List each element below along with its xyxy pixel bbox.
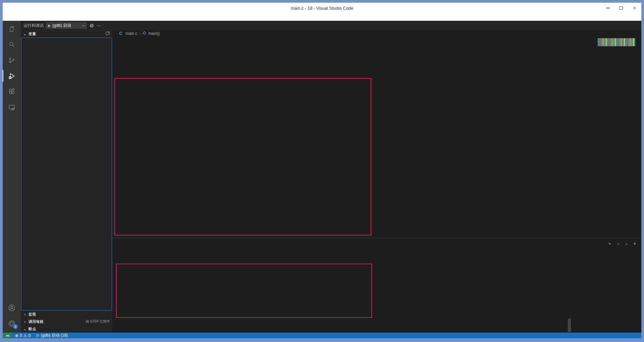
chevron-down-icon: ⌄ <box>22 32 28 36</box>
chevron-down-icon <box>82 23 85 28</box>
variables-panel[interactable] <box>21 38 112 311</box>
remote-explorer-icon[interactable] <box>3 99 21 115</box>
editor-group: C main.c › main() ＋ <box>112 21 641 333</box>
terminal-dropdown-icon[interactable] <box>617 241 620 246</box>
warnings-count: 0 <box>28 333 31 338</box>
titlebar: main.c - 18 - Visual Studio Code × <box>3 3 641 13</box>
source-control-icon[interactable] <box>3 52 21 68</box>
breakpoints-section-header[interactable]: ⌄ 断点 <box>21 325 112 333</box>
call-stack-label: 调用堆栈 <box>29 319 43 324</box>
problems-status[interactable]: ⊗ 0 ⚠ 0 <box>12 333 33 338</box>
warnings-icon: ⚠ <box>23 333 27 338</box>
close-panel-icon[interactable]: × <box>633 241 636 246</box>
settings-gear-icon[interactable]: 1 <box>3 316 21 331</box>
breadcrumb-separator: › <box>139 31 141 36</box>
account-icon[interactable] <box>3 300 21 316</box>
run-and-debug-icon[interactable] <box>3 68 21 84</box>
call-stack-pause-status: 因 STEP 已暂停 <box>86 319 110 324</box>
minimize-button[interactable] <box>605 5 610 11</box>
panel-tabs <box>112 238 641 248</box>
search-icon[interactable] <box>3 37 21 52</box>
close-button[interactable]: × <box>632 5 637 11</box>
breakpoints-label: 断点 <box>29 327 36 332</box>
panel-actions: ＋ × <box>607 241 636 247</box>
maximize-button[interactable] <box>619 5 624 11</box>
variables-section-header[interactable]: ⌄ 变量 <box>21 30 112 38</box>
new-terminal-icon[interactable]: ＋ <box>607 241 612 247</box>
minimap[interactable] <box>598 38 637 48</box>
launch-config-select[interactable]: ▶ (gdb) 启动 <box>46 22 87 29</box>
activity-bar: 1 <box>3 21 21 333</box>
more-views-icon[interactable]: ⋯ <box>97 23 102 28</box>
maximize-panel-icon[interactable] <box>625 241 628 246</box>
window-controls: × <box>605 3 637 13</box>
status-bar: >< ⊗ 0 ⚠ 0 (gdb) 启动 (18) <box>3 333 641 338</box>
bottom-panel: ＋ × <box>112 238 641 333</box>
activity-bar-bottom: 1 <box>3 300 21 333</box>
debug-settings-gear-icon[interactable] <box>89 23 94 28</box>
code-editor[interactable] <box>112 37 641 238</box>
errors-icon: ⊗ <box>15 333 18 338</box>
window-title: main.c - 18 - Visual Studio Code <box>291 6 353 11</box>
editor-tabs <box>112 21 641 30</box>
vscode-window: main.c - 18 - Visual Studio Code × <box>3 3 641 338</box>
watch-section-header[interactable]: › 监视 <box>21 311 112 318</box>
menubar <box>3 13 641 21</box>
settings-badge: 1 <box>13 324 18 329</box>
start-debug-icon[interactable]: ▶ <box>48 23 51 28</box>
variables-label: 变量 <box>29 31 36 37</box>
chevron-right-icon: › <box>22 312 28 316</box>
debug-status-label: (gdb) 启动 (18) <box>41 333 68 338</box>
terminal-scrollbar[interactable] <box>568 319 571 332</box>
explorer-icon[interactable] <box>3 21 21 37</box>
workbench: 1 运行和调试 ▶ (gdb) 启动 ⋯ <box>3 21 641 333</box>
chevron-right-icon: › <box>22 320 28 324</box>
c-file-icon: C <box>118 31 123 36</box>
extensions-icon[interactable] <box>3 84 21 99</box>
call-stack-section-header[interactable]: › 调用堆栈 因 STEP 已暂停 <box>21 318 112 325</box>
debug-status[interactable]: (gdb) 启动 (18) <box>33 333 70 338</box>
terminal-panel <box>112 248 641 333</box>
breadcrumb-file[interactable]: main.c <box>125 31 137 36</box>
panel-toggle-icon[interactable] <box>105 31 110 37</box>
minimap-ascii-art-block <box>598 38 635 46</box>
errors-count: 0 <box>20 333 22 338</box>
watch-label: 监视 <box>29 312 36 317</box>
method-symbol-icon <box>143 31 146 36</box>
breadcrumb-symbol[interactable]: main() <box>148 31 160 36</box>
remote-indicator[interactable]: >< <box>3 333 12 338</box>
debug-play-icon <box>36 334 40 337</box>
launch-config-value: (gdb) 启动 <box>52 23 71 28</box>
chevron-down-icon: ⌄ <box>22 327 28 331</box>
debug-toolbar: 运行和调试 ▶ (gdb) 启动 ⋯ <box>21 21 112 30</box>
debug-sidebar: 运行和调试 ▶ (gdb) 启动 ⋯ ⌄ 变量 <box>21 21 112 333</box>
breadcrumb[interactable]: C main.c › main() <box>112 30 641 37</box>
run-and-debug-label: 运行和调试 <box>23 23 44 28</box>
